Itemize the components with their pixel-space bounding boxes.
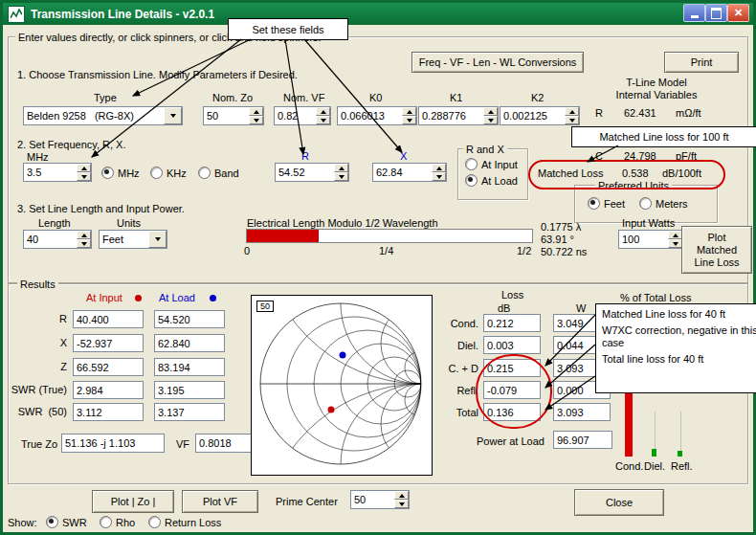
nom-zo-spin-buttons[interactable]: [249, 107, 263, 124]
frequency-spin-buttons[interactable]: [77, 164, 91, 181]
loss-callout: Matched Line loss for 40 ft W7XC correct…: [595, 303, 756, 393]
radio-mhz-label: MHz: [118, 167, 140, 179]
step2-label: 2. Set Frequency, R, X.: [17, 139, 126, 150]
length-spinner[interactable]: 40: [23, 230, 92, 249]
length-units-select[interactable]: Feet: [99, 230, 167, 249]
k1-spin-buttons[interactable]: [483, 107, 498, 124]
nom-vf-column-label: Nom. VF: [283, 92, 324, 103]
result-z-load: 83.194: [154, 358, 225, 376]
radio-khz[interactable]: KHz: [150, 167, 187, 179]
elec-tick-quarter: 1/4: [379, 245, 393, 256]
x-spin-buttons[interactable]: [432, 164, 446, 181]
length-units-value: Feet: [102, 234, 123, 245]
k2-spin-buttons[interactable]: [565, 107, 579, 124]
model-r-unit: mΩ/ft: [676, 107, 701, 119]
length-value: 40: [27, 234, 38, 245]
title-bar[interactable]: Transmission Line Details - v2.0.1: [3, 3, 753, 25]
radio-show-rho[interactable]: Rho: [100, 516, 135, 528]
smith-at-load-point: [340, 352, 346, 359]
result-row-label-swr-50: SWR (50): [4, 406, 67, 417]
at-load-header: At Load: [159, 292, 195, 303]
plot-zo-button[interactable]: Plot | Zo |: [92, 490, 174, 513]
step3-label: 3. Set Line Length and Input Power.: [17, 203, 185, 214]
maximize-icon: [711, 8, 722, 19]
power-at-load-label: Power at Load: [477, 435, 545, 447]
k2-spinner[interactable]: 0.002125: [500, 106, 580, 125]
input-watts-spinner[interactable]: 100: [618, 230, 683, 249]
prime-center-spinner[interactable]: 50: [350, 490, 410, 509]
result-swr-50-load: 3.137: [154, 403, 225, 421]
nom-zo-value: 50: [207, 110, 218, 122]
type-column-label: Type: [94, 92, 117, 103]
radio-randx-at-input[interactable]: At Input: [465, 158, 518, 170]
radio-units-meters-label: Meters: [656, 198, 688, 210]
radio-show-return-loss[interactable]: Return Loss: [148, 516, 221, 528]
prime-center-label: Prime Center: [276, 496, 338, 507]
pct-total-loss-title: % of Total Loss: [620, 292, 691, 303]
pct-label-refl: Refl.: [671, 460, 693, 472]
nom-vf-spin-buttons[interactable]: [316, 107, 330, 124]
radio-show-rho-dot: [100, 516, 112, 528]
line-type-dropdown-icon[interactable]: [164, 107, 182, 124]
prime-center-spin-buttons[interactable]: [394, 491, 409, 508]
maximize-button[interactable]: [705, 4, 727, 22]
k0-spinner[interactable]: 0.066013: [337, 106, 417, 125]
mhz-label: MHz: [27, 151, 49, 163]
conversions-button[interactable]: Freq - VF - Len - WL Conversions: [411, 52, 584, 73]
radio-band[interactable]: Band: [198, 167, 239, 179]
length-label: Length: [38, 217, 71, 229]
length-spin-buttons[interactable]: [77, 231, 91, 248]
x-spinner[interactable]: 62.84: [372, 163, 447, 182]
input-watts-spin-buttons[interactable]: [668, 231, 682, 248]
nom-zo-spinner[interactable]: 50: [203, 106, 264, 125]
radio-units-meters[interactable]: Meters: [639, 197, 688, 210]
power-at-load-field: 96.907: [553, 431, 612, 449]
matched-loss-100-callout: Matched Line loss for 100 ft: [571, 126, 756, 147]
nom-vf-spinner[interactable]: 0.82: [274, 106, 331, 125]
vf-field: 0.8018: [195, 434, 255, 453]
loss-row-label-cond: Cond.: [433, 318, 478, 329]
k1-spinner[interactable]: 0.288776: [418, 106, 499, 125]
matched-loss-value: 0.538: [622, 167, 649, 179]
radio-mhz[interactable]: MHz: [101, 167, 140, 179]
window-title: Transmission Line Details - v2.0.1: [31, 8, 214, 21]
plot-matched-line-2: Matched: [697, 244, 737, 256]
close-dialog-button[interactable]: Close: [574, 489, 664, 516]
x-value: 62.84: [376, 167, 403, 178]
loss-total-w: 3.093: [553, 403, 611, 421]
electrical-length-bar: [246, 229, 533, 243]
loss-callout-line-2: W7XC correction, negative in this case: [602, 324, 756, 349]
radio-units-feet[interactable]: Feet: [588, 197, 625, 210]
readout-wavelength: 0.1775 λ: [541, 221, 581, 233]
line-type-select[interactable]: Belden 9258 (RG-8X): [23, 106, 183, 125]
k0-spin-buttons[interactable]: [402, 107, 416, 124]
preferred-units-caption: Preferred Units: [595, 180, 672, 191]
loss-row-label-total: Total: [433, 407, 478, 418]
plot-vf-button[interactable]: Plot VF: [182, 490, 258, 513]
smith-at-input-point: [328, 407, 335, 413]
loss-cd-db: 0.215: [483, 359, 541, 377]
close-button[interactable]: ✕: [727, 4, 749, 22]
r-spin-buttons[interactable]: [334, 164, 348, 181]
r-spinner[interactable]: 54.52: [275, 163, 349, 182]
at-load-dot-icon: [210, 295, 216, 301]
electrical-length-fill: [247, 230, 319, 242]
radio-show-return-loss-label: Return Loss: [165, 517, 221, 528]
loss-total-db: 0.136: [483, 403, 541, 421]
frequency-spinner[interactable]: 3.5: [23, 163, 92, 182]
minimize-button[interactable]: [683, 4, 705, 22]
radio-randx-at-load[interactable]: At Load: [465, 174, 518, 187]
electrical-length-label: Electrical Length Modulo 1/2 Wavelength: [247, 217, 438, 229]
readout-nanoseconds: 50.722 ns: [541, 246, 587, 257]
radio-show-swr[interactable]: SWR: [46, 516, 87, 528]
step1-label: 1. Choose Transmission Line. Modify Para…: [17, 69, 298, 80]
print-button[interactable]: Print: [664, 52, 739, 73]
r-value: 54.52: [278, 167, 305, 178]
result-x-input: -52.937: [73, 334, 144, 352]
loss-cond-db: 0.212: [483, 314, 541, 332]
length-units-dropdown-icon[interactable]: [148, 231, 167, 248]
radio-band-label: Band: [214, 167, 239, 179]
result-row-label-x: X: [4, 337, 67, 348]
model-c-label: C: [595, 150, 603, 162]
plot-matched-line-loss-button[interactable]: Plot Matched Line Loss: [681, 226, 752, 274]
